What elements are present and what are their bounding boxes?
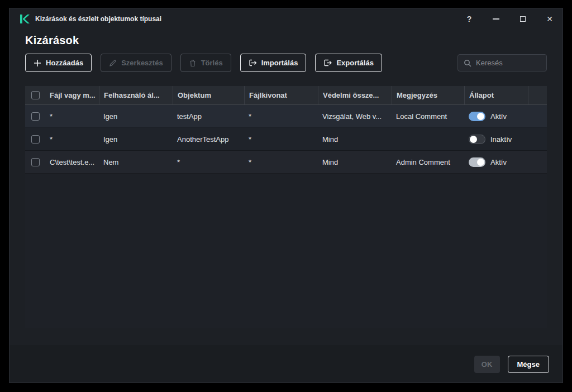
column-header-status: Állapot [464, 86, 528, 104]
select-all-checkbox[interactable] [31, 91, 40, 99]
table-header-row: Fájl vagy m... Felhasználó ál... Objektu… [25, 86, 547, 105]
cell-user: Igen [99, 112, 173, 121]
table-row[interactable]: * Igen testApp * Vizsgálat, Web v... Loc… [25, 105, 547, 128]
search-box [457, 54, 547, 71]
close-button[interactable]: ✕ [546, 15, 554, 23]
column-header-spacer [528, 86, 538, 104]
edit-button[interactable]: Szerkesztés [101, 54, 171, 72]
cell-object: AnotherTestApp [173, 135, 244, 144]
column-header-user: Felhasználó ál... [99, 86, 173, 104]
search-input[interactable] [476, 59, 541, 67]
row-checkbox[interactable] [31, 112, 40, 121]
cell-components: Mind [318, 158, 392, 166]
toolbar: Hozzáadás Szerkesztés Törlés Importálás … [25, 54, 547, 72]
delete-button-label: Törlés [201, 59, 223, 67]
cell-user: Igen [99, 135, 173, 144]
cell-file: C\test\test.e... [45, 158, 99, 166]
cell-status: Aktív [464, 157, 528, 167]
cell-comment: Local Comment [392, 112, 464, 121]
cell-hash: * [244, 158, 318, 166]
window-title: Kizárások és észlelt objektumok típusai [35, 15, 161, 23]
status-toggle[interactable] [469, 157, 485, 167]
dialog-window: Kizárások és észlelt objektumok típusai … [9, 8, 563, 383]
exclusions-table: Fájl vagy m... Felhasználó ál... Objektu… [25, 86, 547, 328]
table-row[interactable]: * Igen AnotherTestApp * Mind Inaktív [25, 128, 547, 151]
column-header-hash: Fájlkivonat [244, 86, 318, 104]
export-button-label: Exportálás [336, 59, 373, 67]
cell-status: Inaktív [464, 135, 528, 144]
import-icon [249, 59, 257, 67]
add-button-label: Hozzáadás [46, 59, 83, 67]
table-empty-area [25, 174, 547, 328]
column-header-object: Objektum [173, 86, 244, 104]
ok-button[interactable]: OK [474, 356, 500, 373]
cell-comment: Admin Comment [392, 158, 464, 166]
title-bar: Kizárások és észlelt objektumok típusai … [9, 8, 563, 30]
cell-object: * [173, 158, 244, 166]
column-header-components: Védelmi össze... [318, 86, 392, 104]
add-button[interactable]: Hozzáadás [25, 54, 92, 72]
cell-file: * [45, 112, 99, 121]
cancel-button[interactable]: Mégse [508, 356, 549, 373]
cell-status: Aktív [464, 112, 528, 121]
export-button[interactable]: Exportálás [315, 54, 382, 72]
status-label: Aktív [490, 112, 507, 121]
page-title: Kizárások [25, 34, 547, 47]
cell-file: * [45, 135, 99, 144]
delete-button[interactable]: Törlés [180, 54, 231, 72]
export-icon [323, 59, 332, 67]
status-label: Inaktív [490, 135, 512, 144]
pencil-icon [109, 59, 117, 67]
cell-hash: * [244, 135, 318, 144]
status-label: Aktív [490, 158, 507, 166]
table-row[interactable]: C\test\test.e... Nem * * Mind Admin Comm… [25, 151, 547, 174]
column-header-comment: Megjegyzés [392, 86, 464, 104]
status-toggle[interactable] [469, 135, 485, 144]
trash-icon [189, 59, 197, 67]
help-button[interactable]: ? [465, 15, 473, 23]
import-button[interactable]: Importálás [240, 54, 307, 72]
cell-components: Mind [318, 135, 392, 144]
status-toggle[interactable] [469, 112, 485, 121]
main-content: Kizárások Hozzáadás Szerkesztés Törlés I… [9, 30, 563, 346]
window-controls: ? ✕ [465, 15, 554, 23]
import-button-label: Importálás [261, 59, 298, 67]
plus-icon [34, 59, 41, 67]
cell-components: Vizsgálat, Web v... [318, 112, 392, 121]
search-icon [464, 59, 471, 67]
cell-user: Nem [99, 158, 173, 166]
row-checkbox[interactable] [31, 158, 40, 166]
cell-hash: * [244, 112, 318, 121]
maximize-button[interactable] [519, 15, 527, 23]
cell-object: testApp [173, 112, 244, 121]
dialog-footer: OK Mégse [9, 346, 563, 383]
column-header-file: Fájl vagy m... [45, 86, 99, 104]
edit-button-label: Szerkesztés [121, 59, 163, 67]
row-checkbox[interactable] [31, 135, 40, 144]
kaspersky-logo-icon [18, 13, 30, 25]
minimize-button[interactable] [492, 15, 500, 23]
